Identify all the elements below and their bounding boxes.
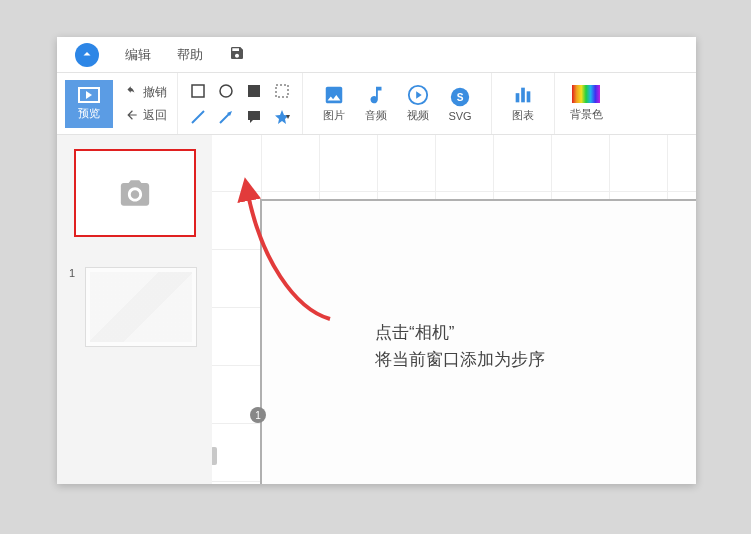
play-icon (78, 87, 100, 103)
preview-label: 预览 (78, 106, 100, 121)
undo-icon (125, 85, 139, 99)
shape-callout-icon[interactable] (244, 107, 264, 127)
svg-icon: S (449, 86, 471, 108)
insert-svg-label: SVG (448, 110, 471, 122)
shape-rect-fill-icon[interactable] (244, 81, 264, 101)
insert-video-label: 视频 (407, 108, 429, 123)
canvas-area[interactable]: 1 (212, 135, 696, 484)
shape-star-icon[interactable]: ▾ (272, 107, 292, 127)
shape-rect-outline-icon[interactable] (188, 81, 208, 101)
video-icon (407, 84, 429, 106)
toolgroup-chart: 图表 (492, 73, 555, 134)
svg-rect-2 (248, 85, 260, 97)
toolgroup-bgcolor: 背景色 (555, 73, 617, 134)
chart-icon (512, 84, 534, 106)
bgcolor-button[interactable]: 背景色 (565, 85, 607, 122)
app-window: 编辑 帮助 预览 撤销 返回 (57, 37, 696, 484)
shape-circle-outline-icon[interactable] (216, 81, 236, 101)
insert-chart-button[interactable]: 图表 (502, 84, 544, 123)
menubar: 编辑 帮助 (57, 37, 696, 73)
slide-sidebar: 1 (57, 135, 212, 484)
menu-edit[interactable]: 编辑 (125, 46, 151, 64)
image-icon (323, 84, 345, 106)
save-icon[interactable] (229, 45, 245, 64)
svg-marker-8 (416, 91, 422, 98)
bgcolor-swatch-icon (572, 85, 600, 103)
back-button[interactable]: 返回 (125, 107, 167, 124)
panel-drag-handle[interactable] (212, 447, 217, 465)
toolbar: 预览 撤销 返回 ▾ (57, 73, 696, 135)
svg-rect-11 (516, 93, 520, 102)
svg-line-4 (192, 111, 204, 123)
shape-line-icon[interactable] (188, 107, 208, 127)
app-logo-icon[interactable] (75, 43, 99, 67)
audio-icon (365, 84, 387, 106)
back-icon (125, 108, 139, 122)
svg-rect-12 (521, 88, 525, 103)
svg-rect-13 (527, 91, 531, 102)
menu-help[interactable]: 帮助 (177, 46, 203, 64)
camera-icon (118, 176, 152, 210)
toolgroup-preview: 预览 撤销 返回 (57, 73, 178, 134)
insert-chart-label: 图表 (512, 108, 534, 123)
slide-thumb-list: 1 (57, 237, 212, 347)
main-area: 1 1 (57, 135, 696, 484)
insert-image-button[interactable]: 图片 (313, 84, 355, 123)
undo-button[interactable]: 撤销 (125, 84, 167, 101)
toolgroup-shapes: ▾ (178, 73, 303, 134)
insert-svg-button[interactable]: S SVG (439, 86, 481, 122)
step-marker-badge[interactable]: 1 (250, 407, 266, 423)
shape-selection-icon[interactable] (272, 81, 292, 101)
svg-text:S: S (457, 91, 464, 102)
toolgroup-insert: 图片 音频 视频 S SVG (303, 73, 492, 134)
shape-arrow-icon[interactable] (216, 107, 236, 127)
svg-rect-3 (276, 85, 288, 97)
bgcolor-label: 背景色 (570, 107, 603, 122)
insert-image-label: 图片 (323, 108, 345, 123)
insert-audio-button[interactable]: 音频 (355, 84, 397, 123)
insert-audio-label: 音频 (365, 108, 387, 123)
preview-button[interactable]: 预览 (65, 80, 113, 128)
capture-camera-button[interactable] (74, 149, 196, 237)
insert-video-button[interactable]: 视频 (397, 84, 439, 123)
back-label: 返回 (143, 107, 167, 124)
slide-thumb-row[interactable]: 1 (69, 267, 200, 347)
slide-frame[interactable] (260, 199, 696, 484)
svg-rect-0 (192, 85, 204, 97)
svg-point-1 (220, 85, 232, 97)
slide-number: 1 (69, 267, 79, 279)
slide-thumbnail[interactable] (85, 267, 197, 347)
undo-label: 撤销 (143, 84, 167, 101)
undo-redo-group: 撤销 返回 (125, 84, 167, 124)
